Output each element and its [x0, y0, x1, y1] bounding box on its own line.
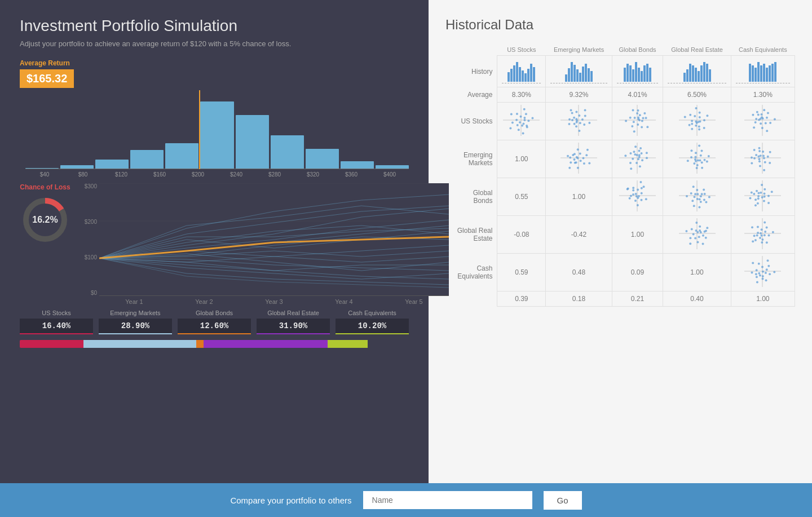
svg-point-87 — [703, 119, 705, 121]
portfolio-value-input[interactable] — [178, 319, 251, 334]
history-mini-chart — [731, 56, 795, 87]
svg-point-78 — [688, 124, 690, 126]
svg-point-43 — [578, 130, 580, 132]
matrix-cell: -0.42 — [546, 216, 612, 254]
x-axis-labels: Year 1 Year 2 Year 3 Year 4 Year 5 — [99, 298, 449, 305]
portfolio-col: Cash Equivalents — [336, 310, 409, 334]
svg-point-322 — [756, 269, 758, 271]
row-label-3: Global Real Estate — [445, 216, 497, 254]
svg-point-277 — [696, 241, 699, 243]
svg-point-38 — [584, 114, 586, 117]
svg-point-268 — [753, 193, 756, 195]
svg-point-310 — [761, 235, 763, 237]
svg-point-70 — [642, 117, 644, 120]
svg-point-291 — [704, 237, 707, 239]
average-cell: 9.32% — [546, 87, 612, 103]
svg-point-101 — [767, 112, 769, 114]
row-label-average: Average — [445, 87, 497, 103]
svg-point-280 — [689, 237, 691, 239]
svg-point-320 — [758, 272, 761, 275]
svg-point-110 — [754, 121, 757, 123]
svg-point-63 — [625, 120, 627, 122]
svg-point-128 — [585, 154, 588, 156]
portfolio-inputs: US StocksEmerging MarketsGlobal BondsGlo… — [20, 310, 409, 334]
svg-point-98 — [756, 111, 758, 113]
svg-point-304 — [765, 231, 767, 233]
chance-loss-value: 16.2% — [32, 215, 58, 225]
left-panel: Investment Portfolio Simulation Adjust y… — [0, 0, 429, 483]
hist-bar — [341, 161, 374, 169]
svg-point-10 — [521, 125, 523, 127]
portfolio-value-input[interactable] — [99, 319, 172, 334]
svg-point-301 — [761, 228, 763, 231]
svg-point-169 — [690, 156, 692, 158]
svg-point-326 — [767, 259, 769, 262]
matrix-cell: 1.00 — [546, 178, 612, 216]
svg-point-267 — [749, 197, 752, 200]
svg-point-174 — [700, 150, 703, 152]
svg-point-189 — [762, 151, 764, 153]
svg-point-157 — [638, 149, 640, 152]
go-button[interactable]: Go — [544, 491, 582, 510]
svg-point-331 — [765, 272, 767, 274]
matrix-cell — [731, 178, 795, 216]
svg-point-109 — [753, 126, 755, 129]
svg-point-19 — [520, 116, 522, 118]
svg-point-122 — [567, 155, 569, 157]
svg-point-120 — [570, 161, 572, 164]
svg-point-240 — [696, 189, 698, 191]
svg-point-102 — [766, 117, 768, 119]
avg-return-label: Average Return — [20, 59, 409, 67]
svg-point-241 — [696, 193, 699, 195]
svg-point-136 — [569, 157, 571, 159]
svg-point-45 — [576, 121, 578, 123]
svg-point-188 — [758, 147, 761, 149]
matrix-col-header: Emerging Markets — [546, 44, 612, 56]
svg-point-14 — [510, 127, 512, 129]
svg-point-115 — [764, 109, 766, 111]
svg-point-232 — [696, 198, 698, 200]
matrix-cell: 0.18 — [546, 291, 612, 307]
matrix-cell: 0.09 — [612, 254, 663, 291]
portfolio-col: Global Real Estate — [257, 310, 330, 334]
row-label-4: Cash Equivalents — [445, 254, 497, 291]
svg-point-201 — [758, 156, 760, 158]
matrix-cell — [731, 254, 795, 291]
portfolio-value-input[interactable] — [20, 319, 93, 334]
svg-point-79 — [691, 120, 693, 122]
svg-point-76 — [695, 125, 697, 127]
svg-point-282 — [685, 230, 687, 232]
svg-point-175 — [699, 154, 701, 157]
svg-point-196 — [763, 169, 765, 171]
svg-point-255 — [760, 192, 762, 194]
svg-point-147 — [637, 158, 639, 160]
svg-point-56 — [641, 120, 643, 122]
svg-point-34 — [570, 109, 572, 112]
svg-point-300 — [757, 226, 759, 228]
portfolio-value-input[interactable] — [336, 319, 409, 334]
svg-point-137 — [573, 153, 576, 155]
svg-point-30 — [573, 123, 576, 125]
svg-point-119 — [568, 167, 571, 169]
svg-point-154 — [629, 152, 632, 154]
svg-point-80 — [683, 116, 686, 118]
svg-point-290 — [699, 231, 701, 233]
svg-point-67 — [636, 112, 638, 114]
svg-point-237 — [690, 192, 692, 195]
svg-point-193 — [763, 157, 765, 160]
svg-point-327 — [768, 265, 770, 267]
svg-point-211 — [641, 192, 643, 195]
svg-point-213 — [645, 198, 647, 200]
svg-point-71 — [638, 119, 641, 121]
svg-point-229 — [699, 195, 701, 197]
svg-point-308 — [766, 241, 768, 244]
svg-point-272 — [696, 231, 699, 233]
hist-bar — [200, 101, 233, 169]
name-input[interactable] — [363, 491, 532, 509]
svg-point-24 — [528, 120, 530, 122]
svg-point-26 — [526, 126, 528, 128]
portfolio-value-input[interactable] — [257, 319, 330, 334]
svg-point-198 — [758, 160, 761, 162]
svg-point-275 — [698, 236, 700, 238]
matrix-cell: 1.00 — [731, 291, 795, 307]
